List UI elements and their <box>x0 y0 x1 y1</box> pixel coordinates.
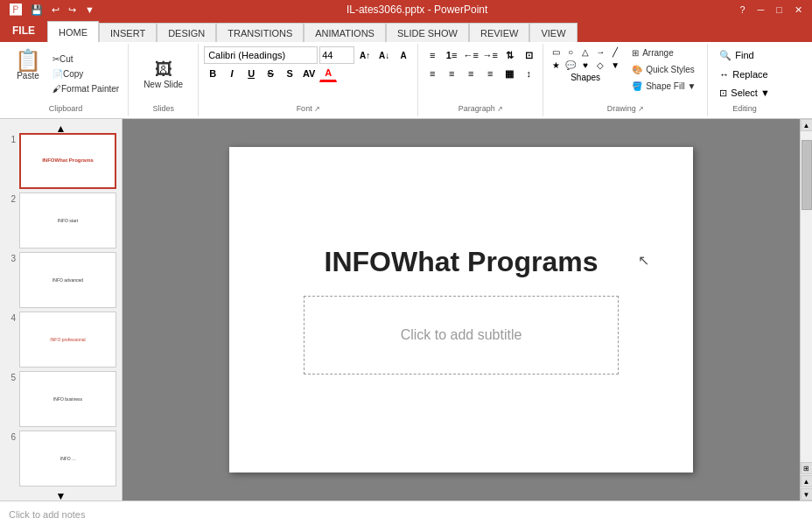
increase-indent-button[interactable]: →≡ <box>481 46 499 64</box>
align-text-button[interactable]: ⊡ <box>520 46 537 64</box>
new-slide-button[interactable]: 🖼 New Slide <box>139 57 187 92</box>
replace-button[interactable]: ↔ Replace <box>713 66 776 82</box>
help-button[interactable]: ? <box>737 4 747 17</box>
panel-scroll-up[interactable]: ▲ <box>4 122 118 130</box>
copy-button[interactable]: 📄 Copy <box>49 67 122 80</box>
slide-img-4[interactable]: INFO professional <box>19 312 116 368</box>
slides-group: 🖼 New Slide Slides <box>129 44 199 116</box>
minimize-button[interactable]: ─ <box>755 4 767 17</box>
decrease-font-button[interactable]: A↓ <box>375 46 393 64</box>
paragraph-expand-icon[interactable]: ↗ <box>497 105 503 113</box>
slide-img-5[interactable]: INFO business <box>19 371 116 427</box>
paste-label: Paste <box>17 71 39 80</box>
slide-img-3[interactable]: INFO advanced <box>19 252 116 308</box>
notes-area[interactable]: Click to add notes <box>0 500 812 525</box>
slide-thumb-3[interactable]: 3 INFO advanced <box>5 252 116 308</box>
shape-line[interactable]: ╱ <box>608 46 622 58</box>
font-label: Font ↗ <box>204 102 412 115</box>
tab-slideshow[interactable]: SLIDE SHOW <box>386 23 469 42</box>
slide-subtitle-placeholder[interactable]: Click to add subtitle <box>304 296 619 374</box>
scroll-next-button[interactable]: ▼ <box>801 488 813 500</box>
shape-diamond[interactable]: ◇ <box>593 59 607 71</box>
bullets-button[interactable]: ≡ <box>424 46 441 64</box>
format-painter-button[interactable]: 🖌 Format Painter <box>49 82 122 95</box>
save-button[interactable]: 💾 <box>28 4 46 17</box>
tab-file[interactable]: FILE <box>0 19 47 42</box>
shape-rect[interactable]: ▭ <box>549 46 563 58</box>
scrollbar-thumb[interactable] <box>802 140 812 210</box>
slide-thumb-5[interactable]: 5 INFO business <box>5 371 116 427</box>
slide-main-title[interactable]: INFOWhat Programs <box>325 246 598 278</box>
tab-design[interactable]: DESIGN <box>157 23 216 42</box>
bold-button[interactable]: B <box>204 65 221 82</box>
align-left-button[interactable]: ≡ <box>424 65 441 82</box>
tab-transitions[interactable]: TRANSITIONS <box>216 23 304 42</box>
arrange-button[interactable]: ⊞ Arrange <box>626 46 702 60</box>
scroll-up-button[interactable]: ▲ <box>801 119 813 131</box>
slide-num-6: 6 <box>5 432 16 442</box>
panel-scroll-down[interactable]: ▼ <box>4 490 118 497</box>
tab-view[interactable]: VIEW <box>529 23 577 42</box>
scroll-prev-button[interactable]: ▲ <box>801 475 813 487</box>
scrollbar-track[interactable] <box>801 131 813 462</box>
scroll-expand-button[interactable]: ⊞ <box>801 462 813 474</box>
font-expand-icon[interactable]: ↗ <box>314 105 320 113</box>
find-button[interactable]: 🔍 Find <box>713 47 776 64</box>
shape-triangle[interactable]: △ <box>578 46 592 58</box>
slide-thumb-2[interactable]: 2 INFO start <box>5 192 116 248</box>
italic-button[interactable]: I <box>223 65 241 82</box>
canvas-area[interactable]: INFOWhat Programs Click to add subtitle … <box>122 119 800 500</box>
tab-insert[interactable]: INSERT <box>99 23 157 42</box>
strikethrough-button[interactable]: S <box>262 65 279 82</box>
text-direction-button[interactable]: ⇅ <box>500 46 518 64</box>
shadow-button[interactable]: S <box>281 65 298 82</box>
slide-thumb-4[interactable]: 4 INFO professional <box>5 312 116 368</box>
tab-animations[interactable]: ANIMATIONS <box>304 23 386 42</box>
justify-button[interactable]: ≡ <box>481 65 499 82</box>
tab-review[interactable]: REVIEW <box>469 23 529 42</box>
shapes-section: ▭ ○ △ → ╱ ★ 💬 ♥ ◇ ▼ Shapes <box>549 46 622 102</box>
slide-thumb-1[interactable]: 1 INFOWhat Programs <box>5 133 116 189</box>
shape-heart[interactable]: ♥ <box>578 59 592 71</box>
cut-button[interactable]: ✂ Cut <box>49 52 122 66</box>
clear-format-button[interactable]: A <box>395 46 412 64</box>
tab-home[interactable]: HOME <box>47 21 99 42</box>
increase-font-button[interactable]: A↑ <box>356 46 374 64</box>
underline-button[interactable]: U <box>242 65 260 82</box>
window-controls: ? ─ □ ✕ <box>737 4 805 17</box>
redo-button[interactable]: ↪ <box>66 4 79 17</box>
align-center-button[interactable]: ≡ <box>443 65 460 82</box>
quick-styles-icon: 🎨 <box>632 65 642 74</box>
shape-arrow[interactable]: → <box>593 46 607 58</box>
shape-oval[interactable]: ○ <box>564 46 578 58</box>
slide-img-2[interactable]: INFO start <box>19 192 116 248</box>
slide-img-6[interactable]: INFO ... <box>19 430 116 486</box>
font-name-input[interactable] <box>204 46 318 64</box>
numbering-button[interactable]: 1≡ <box>443 46 460 64</box>
align-right-button[interactable]: ≡ <box>462 65 480 82</box>
close-button[interactable]: ✕ <box>792 4 805 17</box>
quick-styles-button[interactable]: 🎨 Quick Styles <box>626 62 702 77</box>
font-size-input[interactable] <box>319 46 354 64</box>
drawing-expand-icon[interactable]: ↗ <box>638 105 644 113</box>
slide-img-1[interactable]: INFOWhat Programs <box>19 133 116 189</box>
font-group: A↑ A↓ A B I U S S AV A Font ↗ <box>199 44 418 116</box>
slide-thumb-6[interactable]: 6 INFO ... <box>5 430 116 486</box>
decrease-indent-button[interactable]: ←≡ <box>462 46 480 64</box>
slide-panel[interactable]: ▲ 1 INFOWhat Programs 2 INFO start 3 INF… <box>0 119 122 500</box>
select-button[interactable]: ⊡ Select ▼ <box>713 85 776 102</box>
undo-button[interactable]: ↩ <box>49 4 62 17</box>
slide-canvas[interactable]: INFOWhat Programs Click to add subtitle … <box>229 147 693 472</box>
line-spacing-button[interactable]: ↕ <box>520 65 537 82</box>
shape-callout[interactable]: 💬 <box>564 59 578 71</box>
restore-button[interactable]: □ <box>774 4 785 17</box>
columns-button[interactable]: ▦ <box>500 65 518 82</box>
shape-fill-button[interactable]: 🪣 Shape Fill ▼ <box>626 79 702 94</box>
shape-star[interactable]: ★ <box>549 59 563 71</box>
customize-quick-access-button[interactable]: ▼ <box>82 4 97 16</box>
font-name-row: A↑ A↓ A <box>204 46 412 64</box>
font-color-button[interactable]: A <box>319 65 337 82</box>
char-spacing-button[interactable]: AV <box>300 65 318 82</box>
shape-more[interactable]: ▼ <box>608 59 622 71</box>
paste-button[interactable]: 📋 Paste <box>9 46 47 102</box>
